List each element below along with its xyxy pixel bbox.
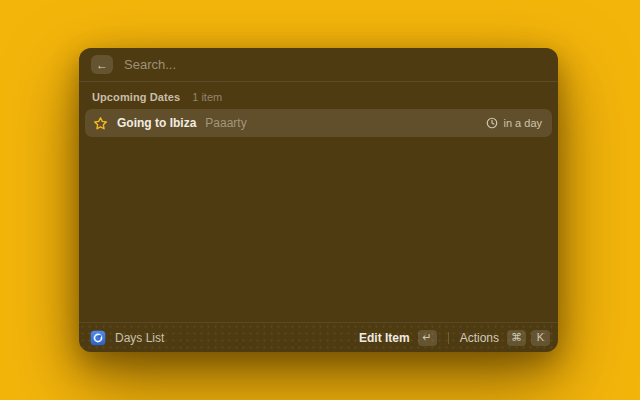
section-title: Upcoming Dates xyxy=(92,91,180,103)
item-accessory-text: in a day xyxy=(503,117,542,129)
actions-menu-button[interactable]: Actions xyxy=(460,331,499,345)
command-keycap: ⌘ xyxy=(507,330,526,346)
k-keycap: K xyxy=(531,330,550,346)
section-header: Upcoming Dates 1 item xyxy=(79,82,558,109)
desktop-background: ← Search... Upcoming Dates 1 item Going … xyxy=(0,0,640,400)
list-item-going-to-ibiza[interactable]: Going to Ibiza Paaarty in a day xyxy=(85,109,552,137)
back-arrow-icon: ← xyxy=(96,59,108,71)
footer-action-bar: Days List Edit Item ↵ Actions ⌘ K xyxy=(79,322,558,352)
app-name-label: Days List xyxy=(115,331,164,345)
search-bar: ← Search... xyxy=(79,48,558,82)
star-icon xyxy=(93,116,108,131)
search-input[interactable]: Search... xyxy=(124,57,176,72)
item-subtitle: Paaarty xyxy=(205,116,246,130)
clock-icon xyxy=(486,117,498,129)
footer-divider xyxy=(448,332,449,344)
results-empty-area xyxy=(79,137,558,322)
return-keycap: ↵ xyxy=(418,330,437,346)
days-list-app-icon xyxy=(90,330,106,346)
edit-item-action[interactable]: Edit Item xyxy=(359,331,410,345)
launcher-window: ← Search... Upcoming Dates 1 item Going … xyxy=(79,48,558,352)
back-button[interactable]: ← xyxy=(91,55,113,74)
section-item-count: 1 item xyxy=(192,91,222,103)
item-title: Going to Ibiza xyxy=(117,116,196,130)
